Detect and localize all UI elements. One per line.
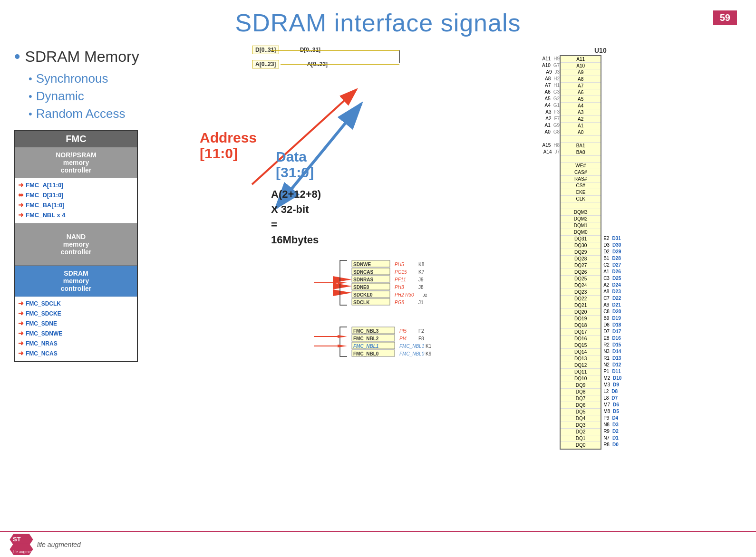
fmc-title: FMC [15,131,137,147]
chip-center-dqm2: DQM2 [561,216,601,222]
sdcke0-pin: PH2 R30 [395,292,414,298]
nbl3-pin: PI5 [399,328,407,334]
right-dq12: N2D12 [601,361,621,368]
sdnwe-ball: K8 [418,262,425,267]
rpad-dqm1 [601,221,621,228]
rpad-dqm2 [601,215,621,221]
right-dq7: L8D7 [601,394,621,401]
rpad-clk [601,195,621,202]
chip-center-dq24: DQ24 [561,282,601,289]
chip-center-dq15: DQ15 [561,342,601,349]
sdram-sig-sdclk: ➜ FMC_SDCLK [18,298,134,308]
nbl-arrowhead2 [338,345,347,347]
nor-signals: ➜ FMC_A[11:0] ⬌ FMC_D[31:0] ➜ FMC_BA[1:0… [15,178,137,223]
fmc-signal-d: ⬌ FMC_D[31:0] [18,190,134,200]
sdnwe-pin: PH5 [395,262,404,267]
left-panel: SDRAM Memory Synchronous Dynamic Random … [14,42,166,551]
diagram-area: D[0..31] D[0..31] A[0..23] A[0..23] Addr… [176,42,533,551]
right-dq4: P9D4 [601,414,621,421]
header: SDRAM interface signals 59 [0,0,756,42]
chip-center-cke: CKE [561,189,601,196]
right-panel: U10 A11H9 A10G7 A9J3 A8H2 A7H1 A6G3 A5G2… [542,42,742,551]
chip-center-dq16: DQ16 [561,336,601,342]
ctrl-arrow2 [333,283,352,289]
rpad-a8 [601,75,621,82]
nbl2-ball: F8 [418,336,424,341]
sdclk-text: SDCLK [353,300,370,305]
arrow-right-icon3: ➜ [18,210,24,220]
chip-table: A11H9 A10G7 A9J3 A8H2 A7H1 A6G3 A5G2 A4G… [542,55,742,450]
calc-label: A(2+12+8)X 32-bit=16Mbytes [271,187,321,248]
rpad-ras [601,175,621,182]
pin-a9: A9J3 [546,68,560,75]
page-title: SDRAM interface signals [235,9,521,37]
ctrl-arrowhead [338,281,347,284]
nand-block: NANDmemorycontroller [15,223,137,266]
nbl3-text: FMC_NBL3 [353,328,379,334]
sdncas-pin: PG15 [395,269,407,275]
nbl1-text: FMC_NBL1 [353,344,379,349]
chip-center-dq8: DQ8 [561,389,601,395]
chip-center-ba1: BA1 [561,143,601,149]
sdnras-pin: PF11 [395,277,406,282]
rpad-a5 [601,95,621,102]
sdnras-ball: J9 [418,277,424,282]
right-dq18: D8D18 [601,321,621,328]
chip-center-sp1 [561,136,601,143]
sub-bullets: Synchronous Dynamic Random Access [14,71,166,121]
sdram-sig-sdne: ➜ FMC_SDNE [18,318,134,328]
chip-center-dqm3: DQM3 [561,209,601,216]
signal-fmc-a: FMC_A[11:0] [26,181,63,190]
right-dq1: N7D1 [601,434,621,441]
chip-center-clk: CLK [561,196,601,202]
sdclk-pin: PG8 [395,300,404,305]
right-dq21: A9D21 [601,301,621,308]
chip-center-a1: A1 [561,123,601,129]
rpad-ba0 [601,148,621,155]
sdne-arrow: ➜ [18,318,24,328]
sub-bullet-random: Random Access [29,106,166,121]
rpad-a4 [601,102,621,108]
chip-center-dq2: DQ2 [561,429,601,435]
rpad-a11 [601,55,621,62]
chip-center-dq30: DQ30 [561,242,601,249]
rpad-dqm3 [601,208,621,215]
nor-psram-block: NOR/PSRAMmemorycontroller [15,147,137,178]
chip-center-a10: A10 [561,63,601,69]
chip-center-dq4: DQ4 [561,415,601,422]
rpad-a1 [601,122,621,128]
chip-center-a0: A0 [561,129,601,136]
chip-body: A11 A10 A9 A8 A7 A6 A5 A4 A3 A2 A1 A0 BA… [560,55,601,450]
chip-center-dqm1: DQM1 [561,222,601,229]
rpad-a10 [601,62,621,68]
chip-center-a5: A5 [561,96,601,103]
svg-text:ST: ST [13,536,21,543]
sdcke-arrow: ➜ [18,308,24,318]
nbl0-pin: FMC_NBL0 [399,351,425,356]
pin-a14: A14J7 [543,148,560,155]
pin-a1: A1G9 [545,122,560,128]
arrow-right-icon2: ➜ [18,200,24,210]
sdclk-ball: J1 [418,300,424,305]
chip-center-dq0: DQ0 [561,442,601,449]
sdram-block: SDRAMmemorycontroller [15,266,137,297]
chip-center-dq13: DQ13 [561,355,601,362]
chip-center-cs: CS# [561,182,601,189]
chip-center-a11: A11 [561,56,601,63]
rpad-cke [601,188,621,195]
sdram-sig-nras: ➜ FMC_NRAS [18,338,134,348]
chip-center-ras: RAS# [561,176,601,182]
rpad-sp2 [601,155,621,162]
chip-center-dq21: DQ21 [561,302,601,309]
data-label: Data[31:0] [276,149,314,180]
right-dq16: E8D16 [601,335,621,341]
right-dq26: A1D26 [601,268,621,275]
chip-center-dq14: DQ14 [561,349,601,355]
fmc-signal-nbl: ➜ FMC_NBL x 4 [18,210,134,220]
right-dq25: C3D25 [601,275,621,281]
right-dq3: N8D3 [601,421,621,428]
signal-fmc-d: FMC_D[31:0] [26,191,63,200]
chip-center-dq19: DQ19 [561,316,601,322]
nbl3-ball: F2 [418,328,424,334]
chip-center-sp2 [561,156,601,163]
